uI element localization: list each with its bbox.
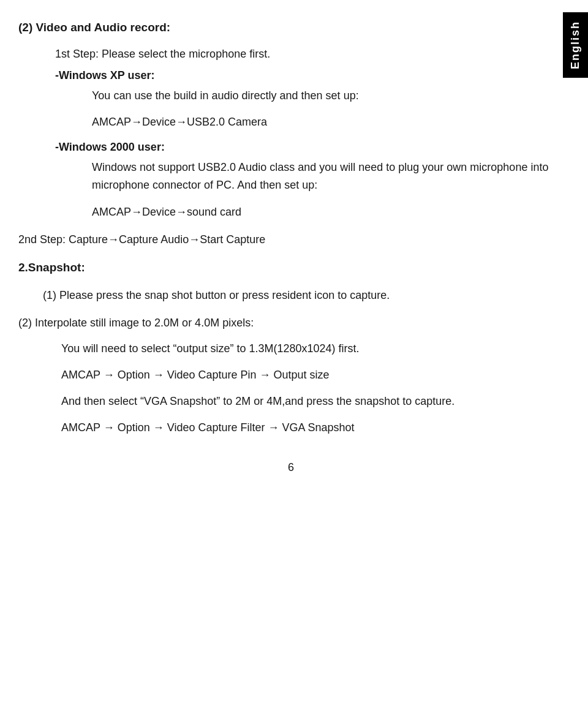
english-tab: English — [563, 12, 588, 78]
snapshot-2-desc: You will need to select “output size” to… — [61, 340, 564, 358]
snapshot-2-then: And then select “VGA Snapshot” to 2M or … — [61, 393, 564, 410]
windows-xp-block: -Windows XP user: You can use the build … — [55, 69, 564, 131]
snapshot-2-label: (2) Interpolate still image to 2.0M or 4… — [18, 314, 564, 332]
snapshot-section: 2.Snapshot: (1) Please press the snap sh… — [18, 261, 564, 437]
windows-xp-path: AMCAP→Device→USB2.0 Camera — [92, 113, 564, 131]
windows-2000-block: -Windows 2000 user: Windows not support … — [55, 141, 564, 221]
step2: 2nd Step: Capture→Capture Audio→Start Ca… — [18, 231, 564, 249]
windows-2000-desc: Windows not support USB2.0 Audio class a… — [92, 159, 564, 195]
section-title: (2) Video and Audio record: — [18, 18, 564, 37]
page-container: English (2) Video and Audio record: 1st … — [0, 0, 588, 511]
windows-xp-desc: You can use the build in audio directly … — [92, 87, 564, 105]
snapshot-2-path2: AMCAP → Option → Video Capture Filter → … — [61, 419, 564, 437]
windows-2000-path: AMCAP→Device→sound card — [92, 203, 564, 221]
snapshot-1: (1) Please press the snap shot button or… — [43, 287, 564, 304]
windows-2000-title: -Windows 2000 user: — [55, 141, 564, 154]
snapshot-title: 2.Snapshot: — [18, 261, 564, 274]
page-number: 6 — [18, 461, 564, 474]
step1: 1st Step: Please select the microphone f… — [55, 45, 564, 63]
snapshot-2-path1: AMCAP → Option → Video Capture Pin → Out… — [61, 366, 564, 384]
windows-xp-title: -Windows XP user: — [55, 69, 564, 82]
